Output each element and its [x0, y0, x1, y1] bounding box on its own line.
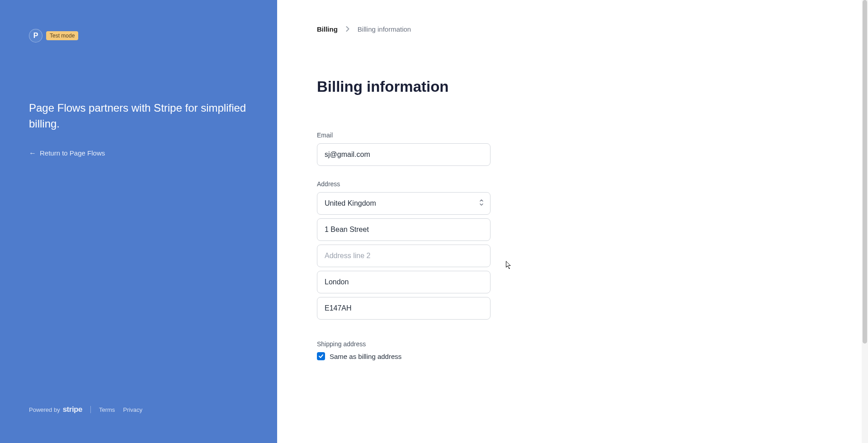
stripe-logo: stripe: [63, 405, 82, 414]
breadcrumb-billing-link[interactable]: Billing: [317, 25, 338, 33]
email-field-group: Email: [317, 132, 491, 166]
arrow-left-icon: ←: [29, 149, 36, 157]
email-input[interactable]: [317, 143, 491, 166]
same-as-billing-label: Same as billing address: [330, 353, 401, 360]
country-select[interactable]: [317, 192, 491, 215]
main-content: Billing Billing information Billing info…: [277, 0, 868, 443]
sidebar-footer: Powered by stripe Terms Privacy: [29, 405, 248, 414]
breadcrumb: Billing Billing information: [317, 25, 828, 33]
country-select-wrapper: [317, 192, 491, 215]
address-stack: [317, 192, 491, 320]
address-line2-input[interactable]: [317, 245, 491, 267]
return-link[interactable]: ← Return to Page Flows: [29, 149, 248, 157]
brand-icon: P: [29, 29, 42, 42]
address-label: Address: [317, 180, 491, 188]
shipping-label: Shipping address: [317, 340, 491, 348]
brand-letter: P: [33, 32, 38, 40]
powered-by-text: Powered by: [29, 406, 60, 413]
same-as-billing-checkbox[interactable]: [317, 352, 325, 360]
shipping-section: Shipping address Same as billing address: [317, 340, 491, 360]
sidebar-heading: Page Flows partners with Stripe for simp…: [29, 100, 248, 132]
chevron-right-icon: [346, 25, 349, 33]
postal-code-input[interactable]: [317, 297, 491, 320]
scrollbar-thumb[interactable]: [863, 0, 867, 344]
footer-divider: [90, 406, 91, 413]
breadcrumb-current: Billing information: [358, 25, 411, 33]
billing-form: Email Address: [317, 132, 491, 360]
email-label: Email: [317, 132, 491, 139]
check-icon: [318, 353, 324, 359]
powered-by: Powered by stripe: [29, 405, 82, 414]
terms-link[interactable]: Terms: [99, 406, 115, 413]
sidebar: P Test mode Page Flows partners with Str…: [0, 0, 277, 443]
page-title: Billing information: [317, 78, 828, 95]
privacy-link[interactable]: Privacy: [123, 406, 142, 413]
test-mode-badge: Test mode: [46, 31, 78, 40]
same-as-billing-row: Same as billing address: [317, 352, 491, 360]
scrollbar-track[interactable]: [862, 0, 868, 443]
address-line1-input[interactable]: [317, 218, 491, 241]
address-field-group: Address: [317, 180, 491, 320]
brand-row: P Test mode: [29, 29, 248, 42]
return-link-label: Return to Page Flows: [40, 149, 105, 157]
city-input[interactable]: [317, 271, 491, 293]
